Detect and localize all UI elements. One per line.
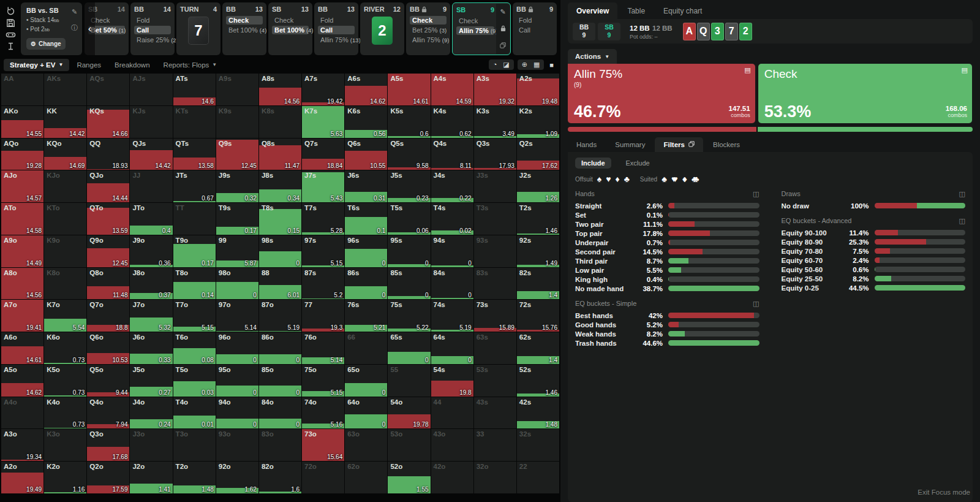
filter-row-top-pair[interactable]: Top pair17.8% <box>575 229 760 238</box>
grid-cell-82s[interactable]: 82s1.4 <box>517 268 559 300</box>
action-call[interactable]: Call <box>134 26 171 34</box>
filter-row-no-made-hand[interactable]: No made hand38.7% <box>575 284 760 293</box>
grid-cell-32s[interactable]: 32s <box>517 429 559 461</box>
action-call[interactable]: Call <box>318 26 355 34</box>
grid-cell-T3o[interactable]: T3o <box>173 429 216 461</box>
exit-focus-button[interactable]: Exit Focus mode <box>918 489 970 496</box>
action-allin-75-[interactable]: Allin 75%(9) <box>456 26 494 35</box>
grid-cell-A3o[interactable]: A3o19.34 <box>1 429 43 461</box>
grid-cell-K3o[interactable]: K3o <box>44 429 86 461</box>
filter-row-low-pair[interactable]: Low pair5.5% <box>575 265 760 275</box>
grid-cell-J2o[interactable]: J2o1.41 <box>130 462 172 493</box>
copy-icon[interactable] <box>500 42 506 50</box>
tree-node-river[interactable]: RIVER122 <box>360 2 404 55</box>
grid-cell-K3s[interactable]: K3s3.49 <box>474 106 516 138</box>
grid-cell-53s[interactable]: 53s <box>474 365 516 397</box>
tree-node-bb-13[interactable]: BB13FoldCallAllin 75%(13) <box>314 2 358 55</box>
grid-cell-T5o[interactable]: T5o0.03 <box>173 365 216 397</box>
grid-cell-J4o[interactable]: J4o0.24 <box>130 397 172 429</box>
grid-cell-75s[interactable]: 75s5.22 <box>388 300 430 332</box>
grid-cell-32o[interactable]: 32o <box>474 462 516 493</box>
change-button[interactable]: ⚙Change <box>26 38 66 50</box>
offsuit-suit-icon[interactable]: ♣ <box>624 174 630 184</box>
grid-cell-K8o[interactable]: K8o <box>44 268 86 300</box>
action-fold[interactable]: Fold <box>134 16 171 25</box>
practice-icon[interactable] <box>6 29 16 40</box>
grid-cell-KQo[interactable]: KQo14.69 <box>44 139 86 170</box>
grid-cell-62o[interactable]: 62o <box>345 462 387 493</box>
grid-cell-KTs[interactable]: KTs <box>173 106 216 138</box>
grid-cell-76s[interactable]: 76s5.21 <box>345 300 387 332</box>
grid-cell-J7s[interactable]: J7s5.43 <box>302 170 344 202</box>
grid-cell-J7o[interactable]: J7o5.32 <box>130 300 172 332</box>
grid-cell-A7o[interactable]: A7o19.41 <box>1 300 43 332</box>
grid-cell-Q5s[interactable]: Q5s9.58 <box>388 139 430 170</box>
grid-cell-T8o[interactable]: T8o0.14 <box>173 268 216 300</box>
grid-cell-64s[interactable]: 64s0 <box>431 332 473 364</box>
grid-cell-T8s[interactable]: T8s0.15 <box>259 203 301 235</box>
grid-cell-A8o[interactable]: A8o14.56 <box>1 268 43 300</box>
grid-cell-T7s[interactable]: T7s5.28 <box>302 203 344 235</box>
grid-cell-A3s[interactable]: A3s19.32 <box>474 74 516 105</box>
grid-cell-33[interactable]: 33 <box>474 429 516 461</box>
grid-cell-QJs[interactable]: QJs14.42 <box>130 139 172 170</box>
offsuit-suit-icon[interactable]: ♥ <box>606 174 611 184</box>
tree-node-bb-13[interactable]: BB13CheckBet 100%(4) <box>222 2 266 55</box>
grid-cell-K4o[interactable]: K4o0.73 <box>44 397 86 429</box>
grid-cell-T2o[interactable]: T2o1.48 <box>173 462 216 493</box>
grid-cell-J8s[interactable]: J8s0.34 <box>259 170 301 202</box>
filter-row-equity-90-100[interactable]: Equity 90-10011.4% <box>782 228 966 237</box>
grid-cell-Q6o[interactable]: Q6o10.53 <box>87 332 129 364</box>
suited-suit-icon[interactable]: ♠♠ <box>662 174 667 184</box>
grid-cell-QJo[interactable]: QJo14.44 <box>87 170 129 202</box>
grid-cell-43s[interactable]: 43s <box>474 397 516 429</box>
range-slider-icon[interactable] <box>6 41 16 51</box>
action-check[interactable]: Check <box>226 16 263 25</box>
grid-cell-97o[interactable]: 97o5.14 <box>216 300 258 332</box>
grid-cell-A9o[interactable]: A9o14.49 <box>1 235 43 267</box>
grid-cell-65o[interactable]: 65o0 <box>345 365 387 397</box>
grid-cell-42o[interactable]: 42o <box>431 462 473 493</box>
filter-row-equity-80-90[interactable]: Equity 80-9025.3% <box>782 237 966 246</box>
grid-cell-73o[interactable]: 73o15.64 <box>302 429 344 461</box>
grid-cell-74o[interactable]: 74o5.16 <box>302 397 344 429</box>
grid-cell-86o[interactable]: 86o0 <box>259 332 301 364</box>
action-box-allin-75-[interactable]: Allin 75%(9)46.7%147.51combos▤ <box>568 64 755 123</box>
grid-cell-T5s[interactable]: T5s0.06 <box>388 203 430 235</box>
grid-cell-J9s[interactable]: J9s0.32 <box>216 170 258 202</box>
tab-filters[interactable]: Filters <box>655 137 703 152</box>
grid-cell-92o[interactable]: 92o1.62 <box>216 462 258 493</box>
grid-cell-97s[interactable]: 97s5.15 <box>302 235 344 267</box>
grid-cell-AQo[interactable]: AQo19.28 <box>1 139 43 170</box>
contrast-view-icon[interactable]: ◪ <box>503 61 509 69</box>
action-allin-75-[interactable]: Allin 75%(9) <box>410 36 447 44</box>
action-bet-100-[interactable]: Bet 100%(4) <box>272 26 309 34</box>
grid-cell-94o[interactable]: 94o0 <box>216 397 258 429</box>
grid-cell-54o[interactable]: 54o19.78 <box>388 397 430 429</box>
grid-cell-AKo[interactable]: AKo14.55 <box>1 106 43 138</box>
copy-icon[interactable] <box>688 141 695 148</box>
filter-row-equity-70-80[interactable]: Equity 70-807.5% <box>782 246 966 256</box>
filter-row-trash-hands[interactable]: Trash hands44.6% <box>575 338 760 348</box>
grid-cell-K7s[interactable]: K7s5.63 <box>302 106 344 138</box>
tree-node-turn[interactable]: TURN47 <box>176 2 221 55</box>
grid-cell-QQ[interactable]: QQ18.93 <box>87 139 129 170</box>
collapse-tree-button[interactable]: ‹ <box>85 2 95 55</box>
grid-cell-A9s[interactable]: A9s <box>216 74 258 105</box>
filter-mode-exclude[interactable]: Exclude <box>620 158 656 169</box>
grid-cell-A4s[interactable]: A4s14.59 <box>431 74 473 105</box>
grid-cell-Q6s[interactable]: Q6s10.55 <box>345 139 387 170</box>
section-layout-icon[interactable]: ◫ <box>959 190 965 198</box>
filter-row-equity-50-60[interactable]: Equity 50-600.6% <box>782 265 966 274</box>
tab-summary[interactable]: Summary <box>606 137 654 152</box>
grid-cell-ATs[interactable]: ATs14.6 <box>173 74 216 105</box>
grid-cell-95s[interactable]: 95s0 <box>388 235 430 267</box>
action-allin-75-[interactable]: Allin 75%(13) <box>318 36 355 44</box>
grid-cell-A4o[interactable]: A4o <box>1 397 43 429</box>
grid-cell-Q9o[interactable]: Q9o12.45 <box>87 235 129 267</box>
grid-cell-J8o[interactable]: J8o0.37 <box>130 268 172 300</box>
grid-cell-Q3o[interactable]: Q3o17.68 <box>87 429 129 461</box>
tree-node-bb-9[interactable]: BB9FoldCall <box>513 2 557 55</box>
grid-cell-A2s[interactable]: A2s19.48 <box>517 74 559 105</box>
grid-cell-KQs[interactable]: KQs14.66 <box>87 106 129 138</box>
